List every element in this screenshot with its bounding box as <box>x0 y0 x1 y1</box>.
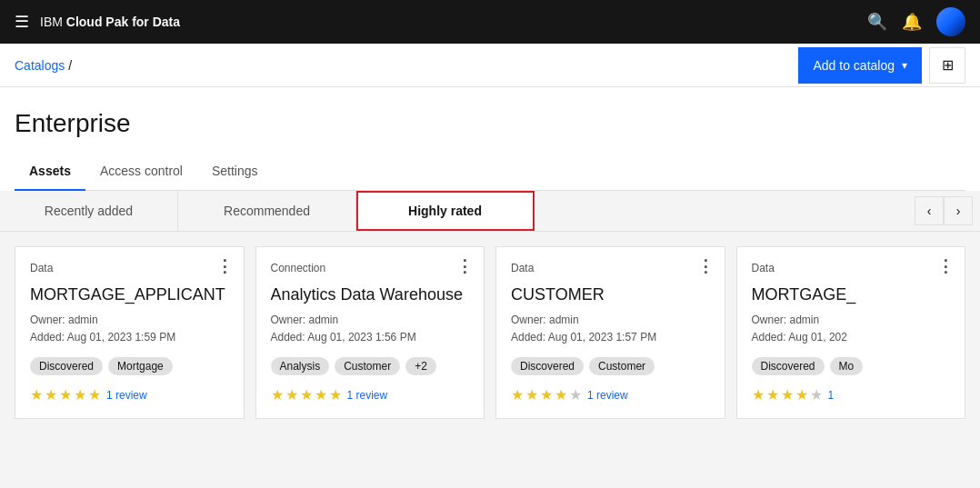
header-bar: Catalogs / Add to catalog ▾ ⊞ <box>0 44 980 87</box>
chevron-down-icon: ▾ <box>902 59 907 72</box>
card-item: Data⋮MORTGAGE_Owner: adminAdded: Aug 01,… <box>736 246 966 419</box>
filled-star-icon: ★ <box>525 386 538 403</box>
card-meta: Owner: adminAdded: Aug 01, 2023 1:59 PM <box>30 312 229 346</box>
filled-star-icon: ★ <box>795 386 808 403</box>
hamburger-icon[interactable]: ☰ <box>15 12 29 32</box>
filled-star-icon: ★ <box>74 386 86 403</box>
empty-star-icon: ★ <box>569 386 582 403</box>
stars: ★★★★★ <box>30 386 101 403</box>
add-to-catalog-button[interactable]: Add to catalog ▾ <box>798 47 922 84</box>
tag[interactable]: Mo <box>830 357 864 375</box>
card-tags: DiscoveredMo <box>752 357 951 375</box>
top-navigation: ☰ IBM Cloud Pak for Data 🔍 🔔 <box>0 0 980 44</box>
category-tab-highly-rated[interactable]: Highly rated <box>356 191 535 231</box>
nav-right: 🔍 🔔 <box>867 7 965 36</box>
filled-star-icon: ★ <box>271 386 284 403</box>
card-tags: DiscoveredMortgage <box>30 357 229 375</box>
avatar[interactable] <box>936 7 965 36</box>
card-meta: Owner: adminAdded: Aug 01, 2023 1:56 PM <box>271 312 470 346</box>
filled-star-icon: ★ <box>59 386 72 403</box>
card-meta: Owner: adminAdded: Aug 01, 202 <box>752 312 951 346</box>
filled-star-icon: ★ <box>285 386 298 403</box>
nav-left: ☰ IBM Cloud Pak for Data <box>15 12 180 32</box>
category-tabs-spacer <box>535 191 907 231</box>
breadcrumb-separator: / <box>68 58 72 73</box>
page-title: Enterprise <box>15 109 965 153</box>
card-type: Data <box>511 262 710 274</box>
tag[interactable]: Discovered <box>511 357 584 375</box>
stars: ★★★★★ <box>271 386 342 403</box>
category-tabs: Recently added Recommended Highly rated … <box>0 191 980 232</box>
card-title[interactable]: CUSTOMER <box>511 285 710 304</box>
card-type: Connection <box>271 262 470 274</box>
card-item: Connection⋮Analytics Data WarehouseOwner… <box>255 246 485 419</box>
tab-assets[interactable]: Assets <box>15 153 85 191</box>
tag[interactable]: Mortgage <box>108 357 173 375</box>
stars: ★★★★★ <box>511 386 582 403</box>
card-rating: ★★★★★1 review <box>511 386 710 403</box>
filled-star-icon: ★ <box>752 386 765 403</box>
review-link[interactable]: 1 review <box>587 389 628 402</box>
prev-arrow-button[interactable]: ‹ <box>915 196 944 225</box>
search-icon[interactable]: 🔍 <box>867 12 887 32</box>
main-content: Enterprise Assets Access control Setting… <box>0 87 980 191</box>
card-overflow-menu[interactable]: ⋮ <box>937 258 954 274</box>
tag[interactable]: Discovered <box>30 357 103 375</box>
card-item: Data⋮CUSTOMEROwner: adminAdded: Aug 01, … <box>495 246 725 419</box>
card-item: Data⋮MORTGAGE_APPLICANTOwner: adminAdded… <box>15 246 245 419</box>
breadcrumb-catalogs-link[interactable]: Catalogs <box>15 58 65 73</box>
breadcrumb: Catalogs / <box>15 58 72 73</box>
review-link[interactable]: 1 review <box>347 389 388 402</box>
card-tags: AnalysisCustomer+2 <box>271 357 470 375</box>
tag[interactable]: Analysis <box>271 357 330 375</box>
tab-settings[interactable]: Settings <box>197 153 273 191</box>
category-tab-recently-added[interactable]: Recently added <box>0 191 178 231</box>
filled-star-icon: ★ <box>30 386 43 403</box>
card-title[interactable]: Analytics Data Warehouse <box>271 285 470 304</box>
filled-star-icon: ★ <box>781 386 794 403</box>
filled-star-icon: ★ <box>555 386 567 403</box>
filled-star-icon: ★ <box>540 386 553 403</box>
tag[interactable]: Discovered <box>752 357 825 375</box>
card-title[interactable]: MORTGAGE_ <box>752 285 951 304</box>
card-rating: ★★★★★1 review <box>30 386 229 403</box>
tag[interactable]: Customer <box>335 357 400 375</box>
card-type: Data <box>30 262 229 274</box>
review-link[interactable]: 1 <box>828 389 835 402</box>
card-overflow-menu[interactable]: ⋮ <box>697 258 714 274</box>
category-tabs-nav: ‹ › <box>907 191 980 231</box>
card-rating: ★★★★★1 review <box>271 386 470 403</box>
card-type: Data <box>752 262 951 274</box>
view-toggle-button[interactable]: ⊞ <box>929 47 965 84</box>
tag[interactable]: Customer <box>589 357 655 375</box>
cards-area: Data⋮MORTGAGE_APPLICANTOwner: adminAdded… <box>0 232 980 433</box>
filled-star-icon: ★ <box>766 386 779 403</box>
bell-icon[interactable]: 🔔 <box>902 12 922 32</box>
filled-star-icon: ★ <box>511 386 524 403</box>
filled-star-icon: ★ <box>45 386 57 403</box>
card-rating: ★★★★★1 <box>752 386 951 403</box>
card-overflow-menu[interactable]: ⋮ <box>216 258 233 274</box>
card-tags: DiscoveredCustomer <box>511 357 710 375</box>
filled-star-icon: ★ <box>315 386 327 403</box>
card-overflow-menu[interactable]: ⋮ <box>456 258 473 274</box>
next-arrow-button[interactable]: › <box>944 196 973 225</box>
header-actions: Add to catalog ▾ ⊞ <box>798 47 965 84</box>
stars: ★★★★★ <box>752 386 823 403</box>
app-title: IBM Cloud Pak for Data <box>40 15 180 29</box>
tab-access-control[interactable]: Access control <box>85 153 197 191</box>
empty-star-icon: ★ <box>810 386 823 403</box>
category-tab-recommended[interactable]: Recommended <box>178 191 356 231</box>
card-title[interactable]: MORTGAGE_APPLICANT <box>30 285 229 304</box>
main-tabs: Assets Access control Settings <box>15 153 965 191</box>
filled-star-icon: ★ <box>329 386 342 403</box>
card-meta: Owner: adminAdded: Aug 01, 2023 1:57 PM <box>511 312 710 346</box>
review-link[interactable]: 1 review <box>106 389 147 402</box>
filled-star-icon: ★ <box>300 386 313 403</box>
filled-star-icon: ★ <box>88 386 101 403</box>
tag-more[interactable]: +2 <box>405 357 436 375</box>
